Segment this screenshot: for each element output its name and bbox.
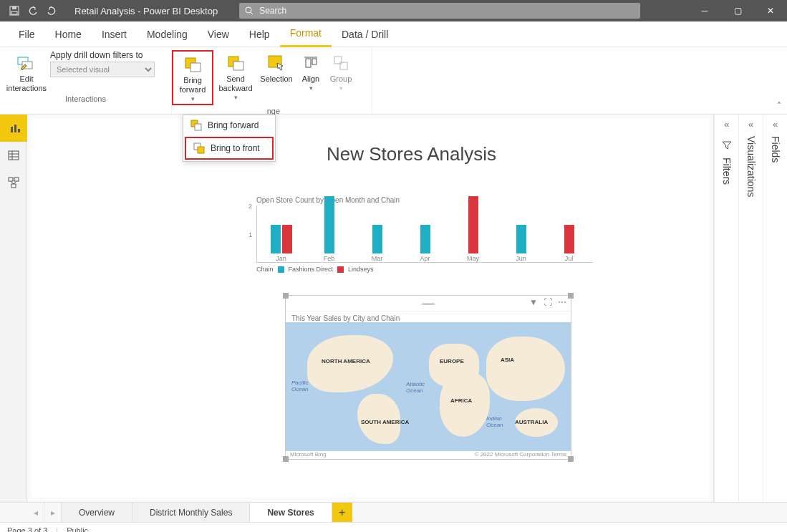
dropdown-bring-forward[interactable]: Bring forward bbox=[183, 115, 275, 135]
collapse-ribbon-icon[interactable]: ˄ bbox=[777, 101, 781, 111]
menu-format[interactable]: Format bbox=[280, 21, 332, 47]
bar[interactable] bbox=[271, 225, 281, 253]
menu-view[interactable]: View bbox=[198, 21, 239, 47]
chart-plot: 2 1 JanFebMarAprMayJunJul bbox=[256, 205, 593, 263]
fields-panel[interactable]: « Fields bbox=[763, 115, 787, 502]
tab-new-stores[interactable]: New Stores bbox=[250, 503, 332, 522]
menu-data-drill[interactable]: Data / Drill bbox=[332, 21, 398, 47]
x-axis-label: Jun bbox=[516, 255, 526, 262]
selection-label: Selection bbox=[260, 74, 292, 84]
svg-point-3 bbox=[246, 7, 251, 13]
search-input[interactable]: Search bbox=[239, 3, 640, 19]
bring-forward-label: Bring forward bbox=[180, 76, 206, 95]
svg-rect-22 bbox=[14, 125, 16, 132]
bar[interactable] bbox=[516, 225, 526, 253]
svg-rect-1 bbox=[11, 11, 17, 14]
svg-rect-23 bbox=[18, 129, 20, 132]
undo-icon[interactable] bbox=[24, 2, 42, 19]
panel-label: Fields bbox=[770, 136, 781, 163]
map-body[interactable]: NORTH AMERICA SOUTH AMERICA EUROPE AFRIC… bbox=[286, 322, 571, 451]
align-icon bbox=[299, 53, 322, 73]
tab-overview[interactable]: Overview bbox=[62, 503, 132, 522]
x-axis-label: Feb bbox=[324, 255, 335, 262]
nav-data-icon[interactable] bbox=[0, 142, 27, 169]
drill-filters-select[interactable]: Selected visual bbox=[50, 62, 155, 77]
bar[interactable] bbox=[468, 196, 478, 253]
redo-icon[interactable] bbox=[43, 2, 60, 19]
bar[interactable] bbox=[324, 196, 334, 253]
add-page-button[interactable]: + bbox=[332, 503, 352, 522]
save-icon[interactable] bbox=[6, 2, 23, 19]
expand-icon[interactable]: « bbox=[748, 119, 753, 130]
report-canvas[interactable]: New Stores Analysis Open Store Count by … bbox=[27, 115, 714, 502]
left-nav bbox=[0, 115, 27, 502]
filter-icon[interactable]: ▼ bbox=[529, 297, 538, 307]
svg-rect-28 bbox=[9, 178, 13, 181]
ribbon: Edit interactions Apply drill down filte… bbox=[0, 47, 787, 115]
svg-rect-14 bbox=[312, 59, 317, 64]
expand-icon[interactable]: « bbox=[773, 119, 778, 130]
svg-rect-21 bbox=[11, 127, 13, 132]
menu-home[interactable]: Home bbox=[45, 21, 92, 47]
bar-chart-visual[interactable]: Open Store Count by Open Month and Chain… bbox=[256, 196, 593, 286]
menu-file[interactable]: File bbox=[9, 21, 45, 47]
svg-line-31 bbox=[11, 181, 14, 184]
edit-interactions-button[interactable]: Edit interactions bbox=[6, 50, 47, 93]
menu-insert[interactable]: Insert bbox=[92, 21, 137, 47]
close-icon[interactable]: ✕ bbox=[754, 0, 787, 21]
resize-handle[interactable] bbox=[283, 456, 289, 462]
search-placeholder: Search bbox=[259, 6, 286, 16]
svg-rect-20 bbox=[198, 147, 204, 153]
bar[interactable] bbox=[564, 225, 574, 253]
bring-forward-dropdown: Bring forward Bring to front bbox=[183, 115, 276, 162]
maximize-icon[interactable]: ▢ bbox=[721, 0, 754, 21]
menu-help[interactable]: Help bbox=[239, 21, 280, 47]
tab-prev-icon[interactable]: ◂ bbox=[27, 503, 44, 522]
ribbon-group-interactions-label: Interactions bbox=[6, 93, 165, 105]
align-button[interactable]: Align ▾ bbox=[296, 50, 325, 93]
svg-rect-13 bbox=[306, 59, 311, 67]
menu-bar: File Home Insert Modeling View Help Form… bbox=[0, 21, 787, 47]
group-label: Group bbox=[330, 74, 352, 84]
nav-report-icon[interactable] bbox=[0, 115, 27, 142]
page-tabs: ◂ ▸ Overview District Monthly Sales New … bbox=[0, 502, 787, 522]
dropdown-item-label: Bring forward bbox=[208, 120, 259, 130]
map-visual[interactable]: ══ ▼ ⛶ ⋯ This Year Sales by City and Cha… bbox=[285, 295, 571, 460]
drag-handle-icon[interactable]: ══ bbox=[422, 299, 434, 309]
selection-icon bbox=[265, 53, 288, 73]
filters-panel[interactable]: « Filters bbox=[714, 115, 738, 502]
chevron-down-icon: ▾ bbox=[234, 93, 238, 102]
svg-line-32 bbox=[14, 181, 16, 184]
group-icon bbox=[329, 53, 352, 73]
more-icon[interactable]: ⋯ bbox=[558, 297, 566, 307]
x-axis-label: Jan bbox=[276, 255, 286, 262]
resize-handle[interactable] bbox=[568, 456, 574, 462]
bar[interactable] bbox=[372, 225, 382, 253]
svg-rect-29 bbox=[14, 178, 19, 181]
chevron-down-icon: ▾ bbox=[191, 95, 195, 104]
minimize-icon[interactable]: ─ bbox=[688, 0, 721, 21]
bring-to-front-icon bbox=[193, 142, 205, 154]
expand-icon[interactable]: « bbox=[724, 119, 729, 130]
bring-forward-button[interactable]: Bring forward ▾ bbox=[172, 50, 213, 105]
svg-rect-24 bbox=[9, 151, 19, 160]
filter-icon bbox=[722, 140, 732, 150]
focus-icon[interactable]: ⛶ bbox=[544, 297, 552, 307]
tab-district-monthly-sales[interactable]: District Monthly Sales bbox=[132, 503, 250, 522]
group-button[interactable]: Group ▾ bbox=[327, 50, 355, 93]
send-backward-button[interactable]: Send backward ▾ bbox=[215, 50, 256, 102]
panel-label: Filters bbox=[721, 158, 733, 185]
map-title: This Year Sales by City and Chain bbox=[286, 311, 571, 322]
bar[interactable] bbox=[282, 225, 292, 253]
nav-model-icon[interactable] bbox=[0, 169, 27, 196]
x-axis-label: Apr bbox=[420, 255, 430, 262]
visualizations-panel[interactable]: « Visualizations bbox=[738, 115, 763, 502]
menu-modeling[interactable]: Modeling bbox=[137, 21, 198, 47]
dropdown-bring-to-front[interactable]: Bring to front bbox=[185, 137, 274, 160]
selection-button[interactable]: Selection bbox=[258, 50, 295, 84]
chevron-down-icon: ▾ bbox=[339, 84, 343, 93]
svg-rect-18 bbox=[195, 124, 201, 130]
tab-next-icon[interactable]: ▸ bbox=[44, 503, 62, 522]
bar[interactable] bbox=[420, 225, 430, 253]
status-public: Public bbox=[67, 526, 88, 533]
